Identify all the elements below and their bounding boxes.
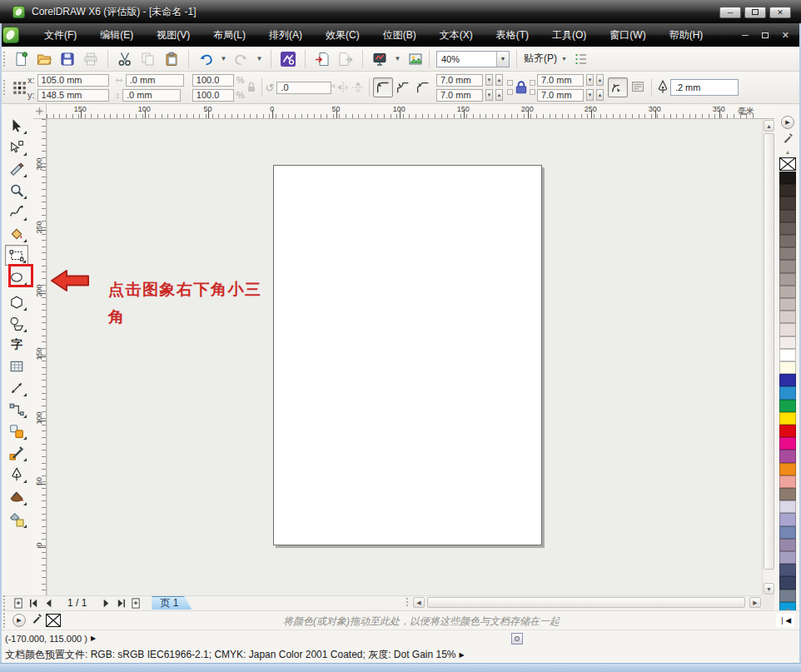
x-position-field[interactable]: 105.0 mm xyxy=(37,74,109,87)
print-button[interactable] xyxy=(81,49,101,69)
menu-item-2[interactable]: 编辑(E) xyxy=(88,24,145,47)
docpal-scroll-left-button[interactable]: ❘◀ xyxy=(776,614,794,627)
propbar-grip[interactable] xyxy=(2,79,7,96)
basic-shapes-tool[interactable] xyxy=(5,313,28,334)
status-object-icon[interactable] xyxy=(511,633,523,645)
scale-y-field[interactable]: 100.0 xyxy=(192,89,234,102)
docpal-eyedropper-icon[interactable] xyxy=(31,613,42,628)
snap-dropdown[interactable]: 贴齐(P) ▼ xyxy=(524,52,567,66)
first-page-button[interactable] xyxy=(26,597,41,610)
spin-up-icon[interactable]: ▲ xyxy=(596,74,604,86)
scroll-down-icon[interactable]: ▼ xyxy=(764,583,774,595)
color-swatch[interactable] xyxy=(779,400,796,412)
outline-width-combo[interactable]: .2 mm xyxy=(670,79,739,96)
color-swatch[interactable] xyxy=(779,590,796,602)
docpal-grip[interactable] xyxy=(2,612,7,629)
color-swatch[interactable] xyxy=(779,298,796,311)
relative-corner-scaling-button[interactable] xyxy=(608,77,628,97)
horizontal-scroll-thumb[interactable] xyxy=(427,597,745,608)
parallel-dimension-tool[interactable] xyxy=(5,377,28,398)
menu-item-4[interactable]: 布局(L) xyxy=(201,24,257,47)
color-swatch[interactable] xyxy=(779,210,796,222)
toolbar-grip[interactable] xyxy=(2,51,7,67)
color-swatch[interactable] xyxy=(779,513,796,525)
lock-ratio-icon[interactable] xyxy=(245,77,258,97)
color-swatch[interactable] xyxy=(779,311,796,323)
color-swatch[interactable] xyxy=(779,323,796,336)
color-swatch[interactable] xyxy=(779,500,796,513)
mdi-close-icon[interactable]: ✕ xyxy=(782,30,789,41)
page-tab[interactable]: 页 1 xyxy=(152,596,192,610)
corner-radius-br-field[interactable]: 7.0 mm xyxy=(537,89,584,102)
color-swatch[interactable] xyxy=(779,286,796,298)
export-button[interactable] xyxy=(336,49,356,69)
redo-button-dropdown-icon[interactable]: ▼ xyxy=(255,50,264,68)
add-page-after-button[interactable] xyxy=(128,597,143,610)
palette-flyout-button[interactable]: ▶ xyxy=(781,116,794,129)
scroll-left-icon[interactable]: ◀ xyxy=(413,597,425,608)
freehand-tool[interactable] xyxy=(5,202,28,222)
copy-button[interactable] xyxy=(138,49,158,69)
spin-down-icon[interactable]: ▼ xyxy=(485,74,493,86)
new-document-button[interactable] xyxy=(11,49,31,69)
color-swatch[interactable] xyxy=(779,386,796,399)
object-height-field[interactable]: .0 mm xyxy=(122,89,181,102)
cut-button[interactable] xyxy=(115,49,135,69)
color-swatch[interactable] xyxy=(779,412,796,425)
corner-radius-tl-field[interactable]: 7.0 mm xyxy=(436,74,483,87)
corel-connect-button[interactable] xyxy=(405,49,425,69)
color-swatch[interactable] xyxy=(779,463,796,475)
menu-item-3[interactable]: 视图(V) xyxy=(145,24,201,47)
color-swatch[interactable] xyxy=(779,222,796,235)
text-tool[interactable]: 字 xyxy=(5,334,28,355)
menu-item-8[interactable]: 文本(X) xyxy=(428,24,485,47)
pagenav-grip[interactable] xyxy=(2,595,7,611)
pagenav-splitter[interactable] xyxy=(405,597,410,608)
round-corner-button[interactable] xyxy=(373,77,393,97)
scale-x-field[interactable]: 100.0 xyxy=(192,74,234,87)
paste-button[interactable] xyxy=(162,49,182,69)
docpal-flyout-button[interactable]: ▶ xyxy=(12,614,26,627)
color-swatch[interactable] xyxy=(779,336,796,349)
color-swatch[interactable] xyxy=(779,425,796,437)
y-position-field[interactable]: 148.5 mm xyxy=(37,89,109,102)
application-launcher-button-dropdown-icon[interactable]: ▼ xyxy=(393,50,402,68)
color-swatch[interactable] xyxy=(779,551,796,564)
shape-tool[interactable] xyxy=(5,137,28,157)
undo-button-dropdown-icon[interactable]: ▼ xyxy=(219,50,228,68)
close-button[interactable]: ✕ xyxy=(769,7,791,18)
color-swatch[interactable] xyxy=(779,361,796,374)
outline-pen-tool[interactable] xyxy=(5,464,28,485)
palette-scroll-up-icon[interactable]: ▲ xyxy=(779,147,796,157)
add-page-before-button[interactable] xyxy=(11,597,26,610)
color-swatch[interactable] xyxy=(779,260,796,272)
horizontal-ruler[interactable]: 毫米 15010050050100150200250300350 xyxy=(47,104,774,119)
menu-item-10[interactable]: 工具(O) xyxy=(540,24,598,47)
menu-item-12[interactable]: 帮助(H) xyxy=(658,24,715,47)
palette-eyedropper-icon[interactable] xyxy=(782,132,794,147)
zoom-level-combo[interactable]: 40% ▼ xyxy=(436,51,510,67)
color-swatch[interactable] xyxy=(779,488,796,500)
open-button[interactable] xyxy=(34,49,54,69)
menu-item-6[interactable]: 效果(C) xyxy=(314,24,371,47)
color-swatch[interactable] xyxy=(779,576,796,589)
menu-item-1[interactable]: 文件(F) xyxy=(32,24,88,47)
color-swatch[interactable] xyxy=(779,184,796,197)
document-page[interactable] xyxy=(273,165,542,545)
ruler-origin[interactable] xyxy=(33,104,47,119)
scroll-right-icon[interactable]: ▶ xyxy=(749,597,761,608)
spin-up-icon[interactable]: ▲ xyxy=(495,89,503,101)
color-swatch[interactable] xyxy=(779,564,796,576)
color-swatch[interactable] xyxy=(779,235,796,247)
chamfered-corner-button[interactable] xyxy=(413,77,433,97)
spin-up-icon[interactable]: ▲ xyxy=(495,74,503,86)
color-swatch[interactable] xyxy=(779,172,796,184)
menu-item-5[interactable]: 排列(A) xyxy=(257,24,314,47)
scroll-up-icon[interactable]: ▲ xyxy=(764,120,774,132)
spin-up-icon[interactable]: ▲ xyxy=(596,89,604,101)
fill-tool[interactable] xyxy=(5,486,28,507)
import-button[interactable] xyxy=(312,49,332,69)
vertical-scrollbar[interactable]: ▲ ▼ xyxy=(762,119,774,595)
connector-tool[interactable] xyxy=(5,399,28,420)
vertical-ruler[interactable]: 300250200150100500 xyxy=(33,119,47,595)
